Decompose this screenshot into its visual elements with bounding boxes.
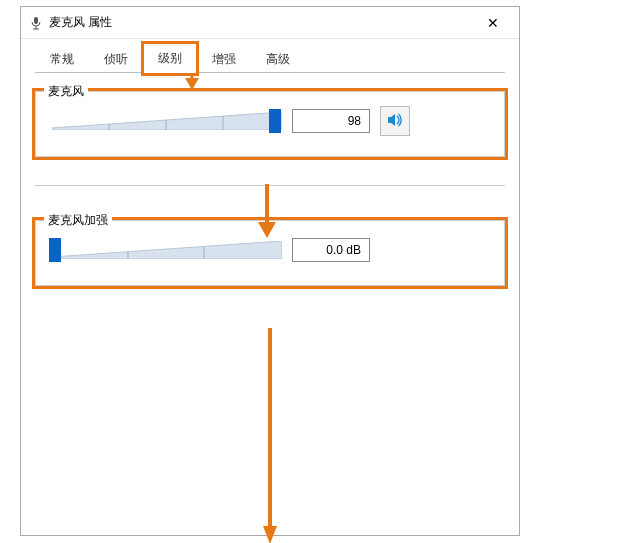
titlebar: 麦克风 属性 ✕ [21, 7, 519, 39]
separator [35, 185, 505, 186]
svg-rect-0 [34, 17, 38, 24]
tab-content: 麦克风 98 [21, 73, 519, 306]
slider-track-graphic [52, 112, 282, 130]
tab-levels[interactable]: 级别 [143, 43, 197, 74]
tab-bar: 常规 侦听 级别 增强 高级 [21, 39, 519, 73]
tab-underline [35, 72, 505, 73]
svg-marker-3 [52, 112, 282, 130]
tab-general[interactable]: 常规 [35, 44, 89, 74]
microphone-group-legend: 麦克风 [44, 83, 88, 100]
boost-slider[interactable] [52, 235, 282, 265]
boost-group-legend: 麦克风加强 [44, 212, 112, 229]
close-button[interactable]: ✕ [473, 9, 513, 37]
svg-marker-7 [388, 114, 395, 126]
microphone-value: 98 [292, 109, 370, 133]
boost-slider-thumb[interactable] [49, 238, 61, 262]
microphone-mute-button[interactable] [380, 106, 410, 136]
close-icon: ✕ [487, 15, 499, 31]
microphone-slider-row: 98 [46, 106, 494, 136]
speaker-icon [386, 111, 404, 132]
tab-advanced[interactable]: 高级 [251, 44, 305, 74]
boost-slider-row: 0.0 dB [46, 235, 494, 265]
microphone-slider[interactable] [52, 106, 282, 136]
microphone-boost-group: 麦克风加强 0.0 dB [35, 220, 505, 286]
properties-dialog: 麦克风 属性 ✕ 常规 侦听 级别 增强 高级 麦克风 [20, 6, 520, 536]
slider-track-graphic [52, 241, 282, 259]
window-title: 麦克风 属性 [49, 14, 473, 31]
tab-listen[interactable]: 侦听 [89, 44, 143, 74]
boost-value: 0.0 dB [292, 238, 370, 262]
microphone-icon [29, 16, 43, 30]
microphone-slider-thumb[interactable] [269, 109, 281, 133]
tab-enhance[interactable]: 增强 [197, 44, 251, 74]
svg-marker-8 [52, 241, 282, 259]
microphone-level-group: 麦克风 98 [35, 91, 505, 157]
